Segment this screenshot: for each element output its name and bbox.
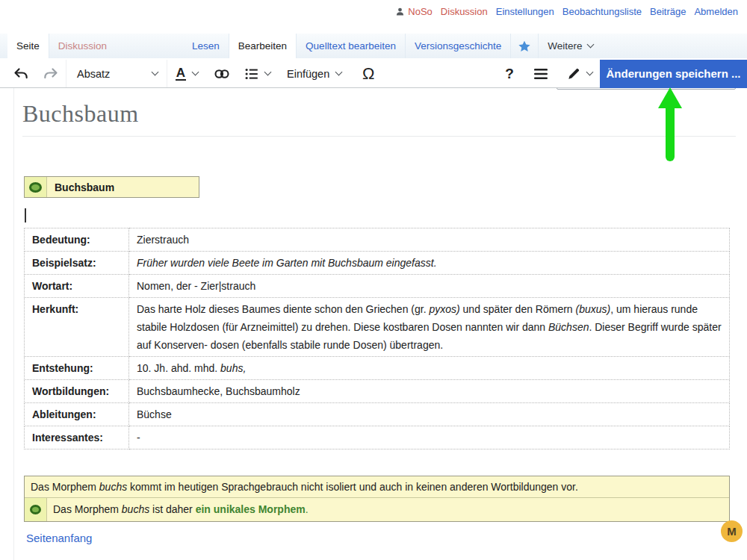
star-icon [518, 40, 531, 53]
undo-button[interactable] [6, 60, 36, 87]
tab-history-label: Versionsgeschichte [415, 40, 501, 52]
tab-read-label: Lesen [192, 40, 220, 52]
tab-edit-source[interactable]: Quelltext bearbeiten [296, 34, 405, 58]
insert-dropdown[interactable]: Einfügen [276, 60, 352, 87]
text-segment: buchs [122, 503, 149, 515]
annotation-arrow-shaft [666, 107, 675, 161]
text-segment: pyxos) [429, 303, 459, 315]
tab-page[interactable]: Seite [7, 34, 49, 58]
template-label: Buchsbaum [47, 177, 199, 197]
text-style-dropdown[interactable]: A [167, 60, 206, 87]
text-segment: Früher wurden viele Beete im Garten mit … [137, 257, 437, 269]
avatar-badge[interactable]: M [721, 520, 743, 542]
omega-icon: Ω [362, 64, 374, 84]
note-icon-cell [25, 498, 47, 521]
help-button[interactable]: ? [495, 60, 524, 87]
chevron-down-icon [264, 69, 272, 76]
note-line-1[interactable]: Das Morphem buchs kommt im heutigen Spra… [25, 476, 729, 498]
row-value[interactable]: Büchse [129, 403, 730, 426]
note-line-2: Das Morphem buchs ist daher ein unikales… [25, 498, 729, 521]
tab-read[interactable]: Lesen [183, 34, 229, 58]
tab-edit-label: Bearbeiten [238, 40, 287, 52]
redo-button[interactable] [36, 60, 66, 87]
word-table-body: Bedeutung:ZierstrauchBeispielsatz:Früher… [25, 228, 730, 449]
paragraph-format-label: Absatz [77, 68, 110, 80]
watchlist-link[interactable]: Beobachtungsliste [562, 6, 642, 17]
unikales-morphem-link[interactable]: . [306, 503, 309, 515]
tab-edit[interactable]: Bearbeiten [229, 34, 296, 58]
editor-mode-switch[interactable] [558, 60, 600, 87]
redo-icon [42, 65, 60, 83]
row-label: Bedeutung: [25, 228, 129, 252]
row-label: Wortbildungen: [25, 380, 129, 403]
chevron-down-icon [335, 69, 343, 76]
text-segment: Nomen, der - Zier|strauch [137, 280, 255, 292]
user-talk-link[interactable]: Diskussion [441, 6, 488, 17]
tab-history[interactable]: Versionsgeschichte [405, 34, 510, 58]
table-row: Entstehung:10. Jh. ahd. mhd. buhs, [25, 357, 730, 380]
text-segment: und später den Römern [460, 303, 576, 315]
text-segment: Das harte Holz dieses Baumes diente scho… [137, 303, 429, 315]
text-segment: kommt im heutigen Sprachgebrauch nicht i… [127, 481, 578, 493]
text-segment: - [137, 432, 140, 444]
chevron-down-icon [192, 69, 199, 76]
chevron-down-icon [586, 41, 594, 49]
preferences-link[interactable]: Einstellungen [496, 6, 554, 17]
row-value[interactable]: Früher wurden viele Beete im Garten mit … [129, 252, 730, 275]
personal-bar: NoSo Diskussion Einstellungen Beobachtun… [395, 6, 738, 17]
pencil-icon [566, 66, 581, 81]
namespace-tabs: Seite Diskussion [7, 34, 116, 58]
user-menu[interactable]: NoSo [395, 6, 433, 17]
text-style-icon: A [176, 66, 186, 81]
table-row: Interessantes:- [25, 426, 730, 449]
row-label: Entstehung: [25, 357, 129, 380]
text-segment: ist daher [149, 503, 195, 515]
username-link[interactable]: NoSo [408, 6, 433, 17]
chevron-down-icon [152, 69, 159, 76]
row-value[interactable]: Das harte Holz dieses Baumes diente scho… [129, 298, 730, 357]
view-tabs: Lesen Bearbeiten Quelltext bearbeiten Ve… [183, 34, 602, 58]
row-value[interactable]: Zierstrauch [129, 228, 730, 252]
table-row: Wortart:Nomen, der - Zier|strauch [25, 275, 730, 298]
special-character-button[interactable]: Ω [352, 60, 385, 87]
bullet-list-icon [244, 66, 260, 82]
page-options-button[interactable] [524, 60, 558, 87]
note-line-2-text[interactable]: Das Morphem buchs ist daher ein unikales… [47, 498, 314, 521]
hamburger-menu-icon [532, 65, 550, 83]
row-value[interactable]: - [129, 426, 730, 449]
template-box[interactable]: Buchsbaum [24, 176, 199, 198]
watch-star-button[interactable] [510, 34, 538, 58]
text-segment: Das Morphem [53, 503, 122, 515]
text-cursor [25, 208, 26, 223]
page-title: Buchsbaum [22, 100, 139, 128]
row-label: Wortart: [25, 275, 129, 298]
save-changes-label: Änderungen speichern ... [606, 67, 740, 80]
row-label: Beispielsatz: [25, 252, 129, 275]
unikales-morphem-link[interactable]: ein unikales Morphem [196, 503, 306, 515]
row-value[interactable]: Buchsbaumhecke, Buchsbaumholz [129, 380, 730, 403]
save-changes-button[interactable]: Änderungen speichern ... [600, 60, 747, 88]
insert-label: Einfügen [287, 68, 329, 80]
contributions-link[interactable]: Beiträge [650, 6, 686, 17]
toolbar-right-group: ? Änderungen speichern ... [495, 60, 747, 88]
template-icon-cell [25, 177, 47, 197]
more-menu[interactable]: Weitere [538, 34, 601, 58]
row-value[interactable]: 10. Jh. ahd. mhd. buhs, [129, 357, 730, 380]
annotation-arrow-head [658, 87, 682, 108]
back-to-top-link[interactable]: Seitenanfang [26, 532, 92, 544]
list-structure-dropdown[interactable] [238, 60, 276, 87]
text-segment: (buxus) [576, 303, 611, 315]
more-menu-label: Weitere [548, 40, 582, 52]
text-segment: buhs, [220, 362, 246, 374]
row-label: Herkunft: [25, 298, 129, 357]
tab-discussion[interactable]: Diskussion [49, 34, 116, 58]
green-circle-icon [29, 182, 42, 193]
link-button[interactable] [206, 60, 238, 87]
text-segment: Zierstrauch [137, 234, 189, 246]
help-icon: ? [505, 66, 514, 82]
content-left-border [13, 88, 14, 560]
logout-link[interactable]: Abmelden [694, 6, 738, 17]
row-value[interactable]: Nomen, der - Zier|strauch [129, 275, 730, 298]
paragraph-format-dropdown[interactable]: Absatz [66, 60, 167, 87]
visual-editor-toolbar: Absatz A Einfügen Ω ? [0, 60, 747, 88]
